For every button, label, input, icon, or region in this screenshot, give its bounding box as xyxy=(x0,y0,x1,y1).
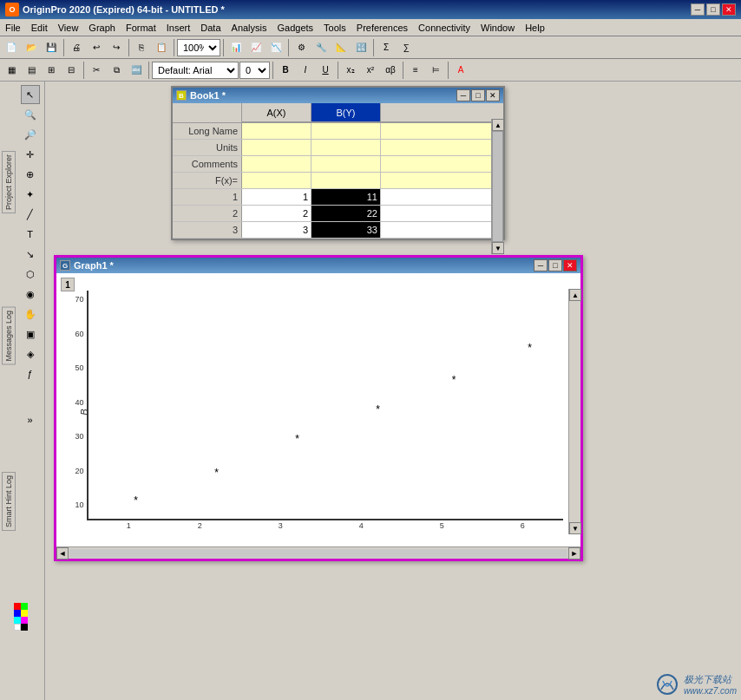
line-tool[interactable]: ╱ xyxy=(21,205,40,224)
book-minimize[interactable]: ─ xyxy=(456,89,470,101)
book-close[interactable]: ✕ xyxy=(486,89,500,101)
color-green[interactable] xyxy=(21,603,28,610)
graph-btn1[interactable]: 📊 xyxy=(226,38,246,57)
color-cyan[interactable] xyxy=(14,617,21,624)
menu-window[interactable]: Window xyxy=(475,21,520,35)
color-red[interactable] xyxy=(14,603,21,610)
indent-button[interactable]: ⊨ xyxy=(426,61,445,80)
tb2-btn5[interactable]: ✂ xyxy=(87,61,106,80)
color-white[interactable] xyxy=(14,624,21,631)
bold-button[interactable]: B xyxy=(276,61,295,80)
cell-a-comments[interactable] xyxy=(242,156,311,172)
graph-close[interactable]: ✕ xyxy=(563,259,577,271)
minimize-button[interactable]: ─ xyxy=(691,3,705,16)
print-button[interactable]: 🖨 xyxy=(67,38,86,57)
copy-button[interactable]: ⎘ xyxy=(132,38,151,57)
menu-help[interactable]: Help xyxy=(520,21,550,35)
zoom-out-tool[interactable]: 🔎 xyxy=(21,125,40,144)
graph-minimize[interactable]: ─ xyxy=(534,259,548,271)
tool-btn1[interactable]: ⚙ xyxy=(292,38,311,57)
maximize-button[interactable]: □ xyxy=(706,3,720,16)
col-header-a[interactable]: A(X) xyxy=(242,103,311,122)
cell-a-3[interactable]: 3 xyxy=(242,222,311,238)
tb2-btn6[interactable]: ⧉ xyxy=(107,61,126,80)
color-yellow[interactable] xyxy=(21,610,28,617)
cell-a-longname[interactable] xyxy=(242,123,311,139)
pan-tool[interactable]: ✛ xyxy=(21,145,40,164)
tool-btn3[interactable]: 📐 xyxy=(331,38,351,57)
menu-insert[interactable]: Insert xyxy=(161,21,196,35)
font-dropdown[interactable]: Default: Arial xyxy=(152,62,239,79)
sum-button[interactable]: Σ xyxy=(377,38,396,57)
stat-button[interactable]: ∑ xyxy=(397,38,416,57)
menu-preferences[interactable]: Preferences xyxy=(351,21,413,35)
graph-scroll-up[interactable]: ▲ xyxy=(569,289,581,301)
hscroll-right[interactable]: ► xyxy=(568,547,580,559)
book-maximize[interactable]: □ xyxy=(471,89,485,101)
redo-button[interactable]: ↪ xyxy=(107,38,126,57)
cell-b-units[interactable] xyxy=(311,140,381,155)
data-id-tool[interactable]: ◉ xyxy=(21,285,40,304)
menu-data[interactable]: Data xyxy=(195,21,226,35)
hscroll-left[interactable]: ◄ xyxy=(56,547,69,559)
scroll-down[interactable]: ▼ xyxy=(492,242,504,254)
menu-connectivity[interactable]: Connectivity xyxy=(413,21,475,35)
open-button[interactable]: 📂 xyxy=(22,38,41,57)
hand-tool[interactable]: ✋ xyxy=(21,304,40,324)
paste-button[interactable]: 📋 xyxy=(152,38,171,57)
expand-btn[interactable]: » xyxy=(21,410,40,429)
cell-a-1[interactable]: 1 xyxy=(242,189,311,205)
zoom-dropdown[interactable]: 100% xyxy=(177,39,220,56)
cell-a-fx[interactable] xyxy=(242,173,311,188)
color-button[interactable]: A xyxy=(451,61,470,80)
menu-graph[interactable]: Graph xyxy=(83,21,121,35)
col-header-b[interactable]: B(Y) xyxy=(311,103,381,122)
cell-b-3[interactable]: 33 xyxy=(311,222,381,238)
layer-tool[interactable]: ▣ xyxy=(21,324,40,343)
undo-button[interactable]: ↩ xyxy=(87,38,106,57)
subscript-button[interactable]: x₂ xyxy=(341,61,360,80)
save-button[interactable]: 💾 xyxy=(42,38,61,57)
graph-maximize[interactable]: □ xyxy=(548,259,562,271)
hscroll-track[interactable] xyxy=(69,549,567,558)
messages-log-tab[interactable]: Messages Log xyxy=(2,307,16,365)
menu-edit[interactable]: Edit xyxy=(26,21,53,35)
mask-tool[interactable]: ◈ xyxy=(21,344,40,363)
align-button[interactable]: ≡ xyxy=(406,61,425,80)
cell-b-comments[interactable] xyxy=(311,156,381,172)
italic-button[interactable]: I xyxy=(296,61,315,80)
cell-b-fx[interactable] xyxy=(311,173,381,188)
region-tool[interactable]: ⬡ xyxy=(21,265,40,284)
tb2-btn7[interactable]: 🔤 xyxy=(127,61,146,80)
color-black[interactable] xyxy=(21,624,28,631)
color-magenta[interactable] xyxy=(21,617,28,624)
draw-tool[interactable]: ✦ xyxy=(21,185,40,204)
tb2-btn4[interactable]: ⊟ xyxy=(62,61,81,80)
underline-button[interactable]: U xyxy=(316,61,335,80)
tb2-btn2[interactable]: ▤ xyxy=(22,61,41,80)
pointer-tool[interactable]: ↘ xyxy=(21,245,40,264)
superscript-button[interactable]: x² xyxy=(361,61,380,80)
tool-btn2[interactable]: 🔧 xyxy=(311,38,331,57)
text-tool[interactable]: T xyxy=(21,225,40,244)
cell-b-longname[interactable] xyxy=(311,123,381,139)
formula-tool[interactable]: ƒ xyxy=(21,364,40,383)
tb2-btn3[interactable]: ⊞ xyxy=(42,61,61,80)
cell-b-2[interactable]: 22 xyxy=(311,206,381,221)
tb2-btn1[interactable]: ▦ xyxy=(2,61,21,80)
smart-hint-tab[interactable]: Smart Hint Log xyxy=(2,472,16,531)
cell-b-1[interactable]: 11 xyxy=(311,189,381,205)
graph-scroll-down[interactable]: ▼ xyxy=(569,522,581,534)
menu-file[interactable]: File xyxy=(0,21,26,35)
scroll-up[interactable]: ▲ xyxy=(492,119,504,131)
cell-a-2[interactable]: 2 xyxy=(242,206,311,221)
graph-btn2[interactable]: 📈 xyxy=(246,38,266,57)
select-tool[interactable]: ↖ xyxy=(21,85,40,104)
tool-btn4[interactable]: 🔣 xyxy=(351,38,370,57)
cell-a-units[interactable] xyxy=(242,140,311,155)
symbol-button[interactable]: αβ xyxy=(381,61,400,80)
zoom-in-tool[interactable]: 🔍 xyxy=(21,105,40,124)
project-explorer-tab[interactable]: Project Explorer xyxy=(2,151,16,213)
color-blue[interactable] xyxy=(14,610,21,617)
graph-btn3[interactable]: 📉 xyxy=(266,38,285,57)
